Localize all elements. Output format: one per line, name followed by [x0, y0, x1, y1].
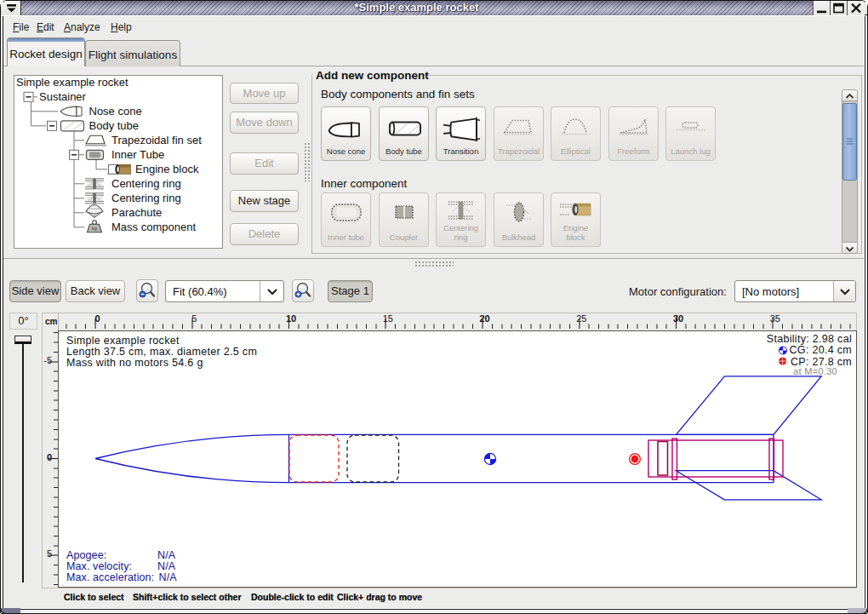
svg-text:N/A: N/A [159, 571, 178, 583]
svg-text:cm: cm [45, 317, 58, 326]
svg-text:30: 30 [673, 313, 683, 324]
svg-text:Length 37.5 cm, max. diameter: Length 37.5 cm, max. diameter 2.5 cm [66, 346, 257, 358]
svg-text:Trapezoidal fin set: Trapezoidal fin set [111, 134, 202, 146]
svg-text:35: 35 [770, 313, 780, 324]
svg-text:kg: kg [92, 226, 97, 231]
svg-text:Body tube: Body tube [89, 119, 140, 132]
svg-text:0: 0 [94, 313, 100, 324]
svg-text:Engine block: Engine block [135, 163, 199, 175]
svg-text:at M=0.30: at M=0.30 [793, 366, 837, 376]
svg-text:Simple example rocket: Simple example rocket [66, 335, 180, 347]
svg-text:10: 10 [286, 313, 296, 324]
svg-text:Mass component: Mass component [111, 221, 196, 233]
svg-text:20: 20 [479, 313, 489, 324]
svg-text:Centering ring: Centering ring [111, 177, 181, 190]
svg-text:15: 15 [383, 313, 393, 324]
svg-text:Nose cone: Nose cone [89, 105, 142, 118]
svg-text:Mass with no motors 54.6 g: Mass with no motors 54.6 g [66, 357, 203, 369]
svg-text:25: 25 [576, 313, 586, 324]
svg-text:Sustainer: Sustainer [39, 90, 87, 103]
svg-text:0: 0 [47, 452, 52, 462]
svg-text:CG: 20.4 cm: CG: 20.4 cm [790, 344, 852, 356]
svg-text:Apogee:: Apogee: [66, 549, 106, 561]
svg-text:5: 5 [191, 313, 197, 324]
svg-text:Stability: 2.98 cal: Stability: 2.98 cal [767, 333, 852, 345]
svg-text:Inner Tube: Inner Tube [111, 148, 164, 161]
svg-text:Simple example rocket: Simple example rocket [16, 76, 128, 89]
svg-text:N/A: N/A [157, 549, 176, 561]
svg-text:Max. acceleration:: Max. acceleration: [66, 571, 154, 583]
svg-text:Max. velocity:: Max. velocity: [66, 560, 132, 572]
svg-text:5: 5 [47, 548, 52, 559]
svg-text:Centering ring: Centering ring [111, 192, 181, 204]
svg-text:N/A: N/A [157, 560, 176, 572]
svg-text:-5: -5 [43, 355, 52, 365]
svg-text:Parachute: Parachute [111, 206, 162, 219]
